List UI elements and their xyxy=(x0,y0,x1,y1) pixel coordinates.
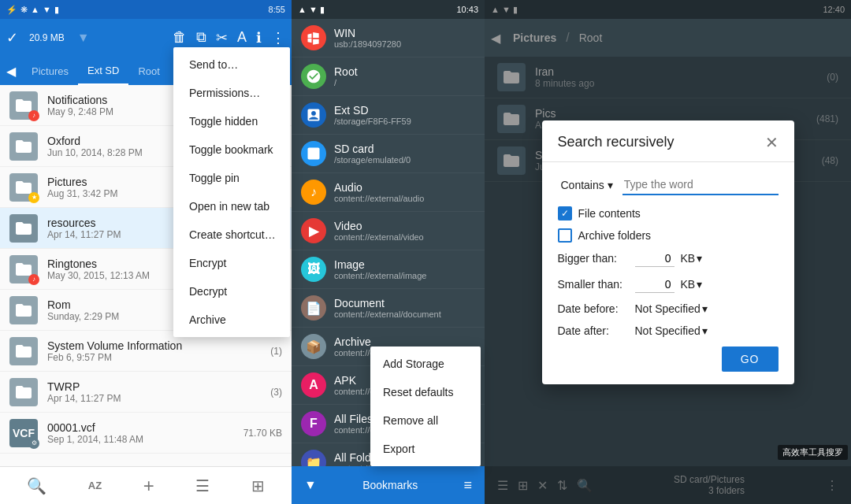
file-contents-checkbox-row: File contents xyxy=(558,206,779,220)
sendto-dot-audio: ♪ xyxy=(301,180,326,205)
sendto-dot-video: ▶ xyxy=(301,218,326,243)
smaller-than-label: Smaller than: xyxy=(558,278,629,291)
file-contents-checkbox[interactable] xyxy=(558,206,572,220)
sendto-dot-root xyxy=(301,64,326,89)
battery-icon: ▮ xyxy=(320,5,325,14)
context-menu-create-shortcut[interactable]: Create shortcut… xyxy=(173,220,290,249)
context-menu-permissions[interactable]: Permissions… xyxy=(173,79,290,107)
sendto-dot-sdcard xyxy=(301,141,326,166)
sendto-info-video: Video content://external/video xyxy=(334,220,475,242)
archive-folders-checkbox-row: Archive folders xyxy=(558,228,779,243)
bookmarks-menu-icon[interactable]: ≡ xyxy=(463,477,472,494)
search-modal-header: Search recursively ✕ xyxy=(542,120,794,162)
signal-icon: ▼ xyxy=(309,5,318,14)
sendto-dot-allfolders: 📁 xyxy=(301,450,326,466)
smaller-than-row: Smaller than: KB ▾ xyxy=(558,276,779,293)
sendto-dot-extsd xyxy=(301,102,326,128)
sendto-info-image: Image content://external/image xyxy=(334,258,475,280)
sendto-dot-win xyxy=(301,25,326,50)
context-menu-archive[interactable]: Archive xyxy=(173,306,290,334)
sendto-info-extsd: Ext SD /storage/F8F6-FF59 xyxy=(334,104,475,126)
search-modal-backdrop[interactable]: Search recursively ✕ Contains ▾ File con… xyxy=(485,0,851,504)
bigger-than-row: Bigger than: KB ▾ xyxy=(558,250,779,267)
sendto-item-audio[interactable]: ♪ Audio content://external/audio xyxy=(292,173,485,212)
bookmarks-bar: ▼ Bookmarks ≡ xyxy=(292,466,485,504)
sendto-item-win[interactable]: WIN usb:/1894097280 xyxy=(292,19,485,57)
sendto-item-document[interactable]: 📄 Document content://external/document xyxy=(292,289,485,328)
sendto-dot-allfiles: F xyxy=(301,411,326,436)
search-go-row: GO xyxy=(558,346,779,372)
search-modal: Search recursively ✕ Contains ▾ File con… xyxy=(542,120,794,384)
file-contents-label: File contents xyxy=(578,207,641,220)
context-menu-send-to[interactable]: Send to… xyxy=(173,50,290,79)
submenu-add-storage[interactable]: Add Storage xyxy=(370,350,481,378)
submenu-popup: Add Storage Reset defaults Remove all Ex… xyxy=(370,346,481,466)
smaller-than-input[interactable] xyxy=(635,276,674,293)
context-menu-toggle-pin[interactable]: Toggle pin xyxy=(173,164,290,192)
contains-dropdown[interactable]: Contains ▾ xyxy=(558,177,616,193)
context-menu-toggle-hidden[interactable]: Toggle hidden xyxy=(173,107,290,135)
wifi-icon: ▲ xyxy=(298,5,307,14)
sendto-dot-document: 📄 xyxy=(301,295,326,321)
bookmarks-label[interactable]: Bookmarks xyxy=(362,479,418,491)
date-after-row: Date after: Not Specified ▾ xyxy=(558,324,779,337)
sendto-item-root[interactable]: Root / xyxy=(292,57,485,96)
sendto-info-root: Root / xyxy=(334,65,475,87)
archive-folders-label: Archive folders xyxy=(578,229,652,242)
bookmarks-arrow-icon: ▼ xyxy=(304,478,317,492)
submenu-reset-defaults[interactable]: Reset defaults xyxy=(370,378,481,406)
context-menu-decrypt[interactable]: Decrypt xyxy=(173,277,290,306)
date-after-label: Date after: xyxy=(558,324,629,337)
bigger-than-unit[interactable]: KB ▾ xyxy=(681,252,703,265)
submenu-export[interactable]: Export xyxy=(370,435,481,463)
search-modal-title: Search recursively xyxy=(558,134,674,150)
context-menu-open-new-tab[interactable]: Open in new tab xyxy=(173,192,290,220)
sendto-dot-archive: 📦 xyxy=(301,334,326,359)
sendto-item-video[interactable]: ▶ Video content://external/video xyxy=(292,212,485,250)
sendto-info-document: Document content://external/document xyxy=(334,297,475,319)
bigger-than-input[interactable] xyxy=(635,250,674,267)
archive-folders-checkbox[interactable] xyxy=(558,228,572,243)
sendto-info-audio: Audio content://external/audio xyxy=(334,181,475,203)
date-before-row: Date before: Not Specified ▾ xyxy=(558,302,779,315)
date-before-value[interactable]: Not Specified ▾ xyxy=(635,302,708,315)
context-menu: Send to… Permissions… Toggle hidden Togg… xyxy=(173,47,290,337)
context-menu-overlay: Send to… Permissions… Toggle hidden Togg… xyxy=(0,0,292,504)
sendto-panel: ▲ ▼ ▮ 10:43 WIN usb:/1894097280 Root / xyxy=(292,0,485,504)
go-button[interactable]: GO xyxy=(722,346,779,372)
sendto-item-image[interactable]: 🖼 Image content://external/image xyxy=(292,250,485,289)
middle-status-bar: ▲ ▼ ▮ 10:43 xyxy=(292,0,485,19)
bigger-than-label: Bigger than: xyxy=(558,252,629,265)
search-modal-close-button[interactable]: ✕ xyxy=(765,133,779,152)
context-menu-toggle-bookmark[interactable]: Toggle bookmark xyxy=(173,135,290,164)
sendto-info-win: WIN usb:/1894097280 xyxy=(334,27,475,49)
date-after-value[interactable]: Not Specified ▾ xyxy=(635,324,708,337)
watermark: 高效率工具搜罗 xyxy=(778,445,848,460)
submenu-remove-all[interactable]: Remove all xyxy=(370,406,481,435)
middle-time: 10:43 xyxy=(456,5,478,14)
search-modal-body: Contains ▾ File contents Archive folders… xyxy=(542,162,794,384)
smaller-than-unit[interactable]: KB ▾ xyxy=(681,278,703,291)
sendto-item-extsd[interactable]: Ext SD /storage/F8F6-FF59 xyxy=(292,96,485,135)
search-contains-row: Contains ▾ xyxy=(558,175,779,195)
search-word-input[interactable] xyxy=(622,175,779,195)
left-panel: ⚡ ❋ ▲ ▼ ▮ 8:55 ✓ 20.9 MB ▼ 🗑 ⧉ ✂ A ℹ ⋮ ◀… xyxy=(0,0,292,504)
sendto-dot-image: 🖼 xyxy=(301,257,326,282)
sendto-dot-apk: A xyxy=(301,372,326,398)
right-panel: ▲ ▼ ▮ 12:40 ◀ Pictures / Root Iran 8 min… xyxy=(485,0,851,504)
context-menu-encrypt[interactable]: Encrypt xyxy=(173,249,290,277)
sendto-info-sdcard: SD card /storage/emulated/0 xyxy=(334,143,475,165)
sendto-item-sdcard[interactable]: SD card /storage/emulated/0 xyxy=(292,135,485,173)
date-before-label: Date before: xyxy=(558,302,629,315)
